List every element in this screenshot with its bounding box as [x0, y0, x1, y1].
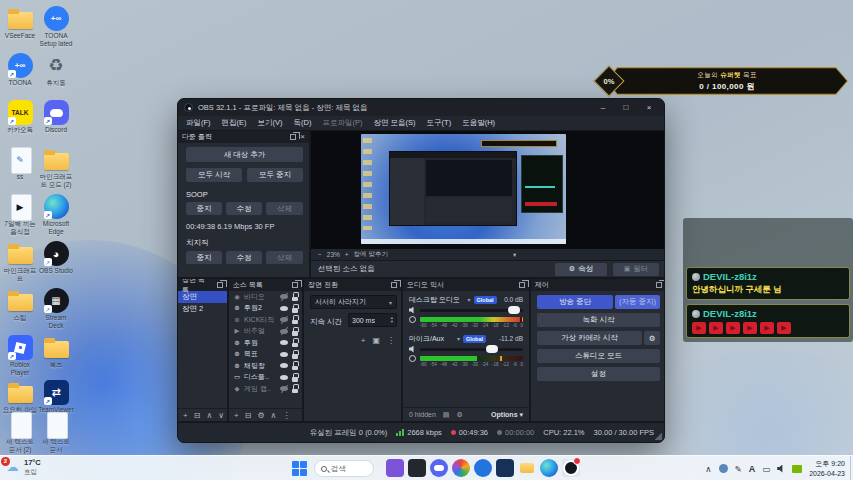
- lock-icon[interactable]: [291, 338, 298, 347]
- transition-properties-icon[interactable]: ▣: [372, 336, 380, 345]
- visibility-toggle-icon[interactable]: [280, 340, 288, 345]
- source-properties-icon[interactable]: ⚙: [257, 411, 264, 420]
- network-icon[interactable]: [719, 464, 728, 473]
- speaker-icon[interactable]: [409, 307, 416, 314]
- chevron-down-icon[interactable]: ▾: [457, 335, 460, 342]
- lock-icon[interactable]: [291, 304, 298, 313]
- visibility-toggle-icon[interactable]: [280, 329, 288, 334]
- desktop-icon[interactable]: ◕↗OBS Studio: [38, 241, 74, 275]
- preview-canvas[interactable]: [311, 131, 665, 249]
- settings-button[interactable]: 설정: [537, 367, 660, 381]
- source-row[interactable]: ⊕KICK티직: [229, 314, 302, 326]
- app-hat-icon[interactable]: [386, 459, 404, 477]
- menu-item[interactable]: 편집(E): [222, 118, 247, 128]
- monitor-icon[interactable]: [409, 355, 416, 362]
- desktop-icon[interactable]: ▶7일째 끼는 음식점: [2, 194, 38, 236]
- tablet-icon[interactable]: ▭: [762, 464, 770, 474]
- options-button[interactable]: Options ▾: [491, 411, 523, 419]
- speaker-icon[interactable]: [409, 346, 416, 353]
- file-explorer-icon[interactable]: [518, 459, 536, 477]
- menu-item[interactable]: 프로파일(P): [323, 118, 363, 128]
- menu-item[interactable]: 파일(F): [186, 118, 211, 128]
- lock-icon[interactable]: [291, 350, 298, 359]
- volume-icon[interactable]: [777, 465, 785, 473]
- source-row[interactable]: ⊕후원: [229, 337, 302, 349]
- properties-button[interactable]: ⚙속성: [555, 263, 607, 276]
- taskbar-weather[interactable]: ☁2 17°C 흐림: [5, 459, 41, 475]
- desktop-icon[interactable]: ↗Discord: [38, 100, 74, 134]
- dock-float-icon[interactable]: [656, 282, 662, 288]
- add-scene-icon[interactable]: +: [183, 411, 188, 420]
- menu-item[interactable]: 장면 모음(S): [374, 118, 416, 128]
- monitor-icon[interactable]: [409, 316, 416, 323]
- lock-icon[interactable]: [291, 315, 298, 324]
- add-transition-icon[interactable]: +: [361, 336, 366, 345]
- source-row[interactable]: ▶버추얼: [229, 326, 302, 338]
- lock-icon[interactable]: [291, 384, 298, 393]
- desktop-icon[interactable]: +∞↗TOONA: [2, 53, 38, 87]
- studio-mode-button[interactable]: 스튜디오 모드: [537, 349, 660, 363]
- more-icon[interactable]: ⋮: [387, 336, 395, 345]
- maximize-icon[interactable]: □: [617, 101, 635, 114]
- desktop-icon[interactable]: ♻휴지통: [38, 53, 74, 87]
- menu-item[interactable]: 독(D): [294, 118, 312, 128]
- scene-item[interactable]: 장면 2: [178, 303, 227, 315]
- pen-icon[interactable]: ✎: [735, 464, 742, 474]
- desktop-icon[interactable]: VSeeFace: [2, 6, 38, 40]
- desktop-icon[interactable]: ⇄↗TeamViewer: [38, 380, 74, 414]
- close-icon[interactable]: ×: [640, 101, 658, 114]
- taskbar-clock[interactable]: 오후 9:202026-04-23: [809, 459, 845, 477]
- dock-float-icon[interactable]: [292, 282, 298, 288]
- start-button[interactable]: [292, 461, 307, 476]
- zoom-in-icon[interactable]: +: [345, 251, 349, 258]
- lock-icon[interactable]: [291, 373, 298, 382]
- visibility-toggle-icon[interactable]: [280, 363, 288, 368]
- menu-item[interactable]: 도움말(H): [462, 118, 495, 128]
- start-virtual-camera-button[interactable]: 가상 카메라 시작: [537, 331, 642, 345]
- more-icon[interactable]: ⋮: [282, 411, 290, 420]
- dock-float-icon[interactable]: [391, 282, 397, 288]
- volume-slider[interactable]: [420, 309, 523, 312]
- vertical-layout-icon[interactable]: ▤: [443, 411, 450, 419]
- dock-float-icon[interactable]: [290, 134, 296, 140]
- volume-slider-knob[interactable]: [508, 306, 520, 314]
- volume-slider[interactable]: [420, 348, 523, 351]
- transition-type-select[interactable]: 서서히 사라지기 ▾: [310, 295, 397, 309]
- nvidia-icon[interactable]: [792, 465, 802, 473]
- edge-icon[interactable]: [540, 459, 558, 477]
- spinner-icons[interactable]: ▴▾: [391, 316, 393, 324]
- menu-item[interactable]: 도구(T): [427, 118, 452, 128]
- visibility-toggle-icon[interactable]: [280, 352, 288, 357]
- stop-all-button[interactable]: 모두 중지: [247, 168, 303, 182]
- source-row[interactable]: ⊕후원2: [229, 303, 302, 315]
- remove-source-icon[interactable]: ⊟: [245, 411, 252, 420]
- source-row[interactable]: ⊕목표: [229, 349, 302, 361]
- lock-icon[interactable]: [291, 327, 298, 336]
- visibility-toggle-icon[interactable]: [280, 294, 288, 299]
- desktop-icon[interactable]: 복즈: [38, 335, 74, 369]
- dock-close-icon[interactable]: ×: [300, 133, 305, 141]
- copilot-icon[interactable]: [452, 459, 470, 477]
- virtual-camera-config-icon[interactable]: ⚙: [644, 331, 660, 345]
- desktop-icon[interactable]: ↗Roblox Player: [2, 335, 38, 377]
- desktop-icon[interactable]: 스팀: [2, 288, 38, 322]
- resize-grip[interactable]: [654, 432, 662, 440]
- source-row[interactable]: ▭디스플..: [229, 372, 302, 384]
- desktop-icon[interactable]: 새 텍스트 문서: [38, 412, 74, 454]
- lock-icon[interactable]: [291, 361, 298, 370]
- duration-input[interactable]: 300 ms ▴▾: [348, 313, 397, 327]
- start-recording-button[interactable]: 녹화 시작: [537, 313, 660, 327]
- add-source-icon[interactable]: +: [234, 411, 239, 420]
- hidden-icons-chevron-icon[interactable]: ∧: [705, 464, 711, 474]
- desktop-icon[interactable]: 마인크래프트: [2, 241, 38, 283]
- menu-item[interactable]: 보기(V): [258, 118, 283, 128]
- minimize-icon[interactable]: –: [594, 101, 612, 114]
- visibility-toggle-icon[interactable]: [280, 375, 288, 380]
- dock-float-icon[interactable]: [519, 282, 525, 288]
- lock-icon[interactable]: [291, 292, 298, 301]
- target-delete-button[interactable]: 삭제: [266, 202, 303, 215]
- add-target-button[interactable]: 새 대상 추가: [186, 147, 303, 162]
- move-down-icon[interactable]: ∨: [218, 411, 224, 420]
- desktop-icon[interactable]: ▦↗Stream Deck: [38, 288, 74, 330]
- desktop-icon[interactable]: TALK↗카카오톡: [2, 100, 38, 134]
